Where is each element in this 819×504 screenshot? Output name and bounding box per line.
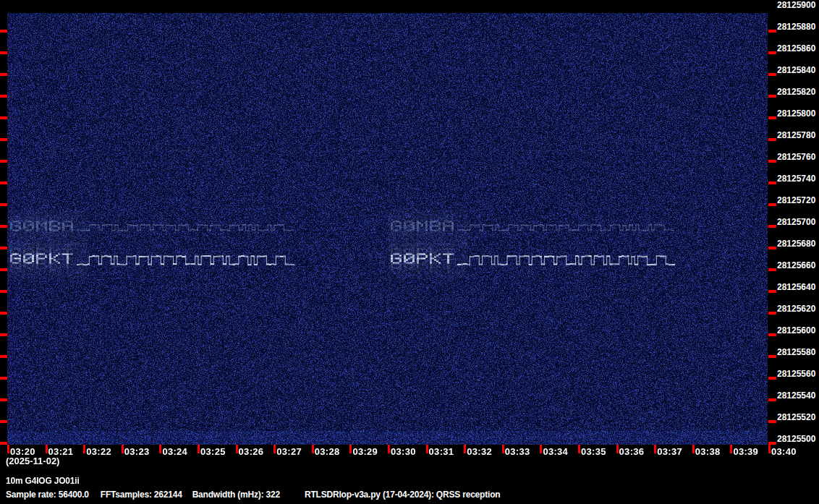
- time-tick: [464, 445, 466, 453]
- freq-tick-left: [0, 377, 7, 380]
- freq-axis-label: 28125820: [777, 87, 819, 97]
- time-axis-label: 03:36: [619, 446, 645, 457]
- freq-axis-label: 28125520: [777, 412, 819, 422]
- qrss-grabber-view: 2812590028125880281258602812584028125820…: [0, 0, 819, 504]
- freq-tick-right: [768, 420, 776, 423]
- time-tick: [159, 445, 161, 453]
- sample-rate-label: Sample rate: 56400.0: [6, 490, 89, 500]
- freq-tick-left: [0, 160, 7, 163]
- time-tick: [578, 445, 580, 453]
- time-tick: [426, 445, 428, 453]
- freq-tick-left: [0, 181, 7, 184]
- freq-tick-right: [768, 95, 776, 98]
- time-axis-label: 03:35: [581, 446, 606, 457]
- freq-tick-left: [0, 290, 7, 293]
- freq-axis-label: 28125560: [777, 369, 819, 379]
- freq-tick-right: [768, 312, 776, 315]
- time-tick: [388, 445, 390, 453]
- freq-tick-right: [768, 203, 776, 206]
- time-tick: [616, 445, 619, 453]
- freq-axis-label: 28125860: [777, 43, 819, 54]
- freq-tick-left: [0, 247, 7, 249]
- freq-tick-right: [768, 51, 776, 54]
- time-axis-label: 03:32: [467, 446, 492, 457]
- freq-axis-label: 28125700: [777, 217, 819, 227]
- freq-tick-left: [0, 420, 7, 423]
- time-tick: [273, 445, 276, 453]
- time-axis-label: 03:23: [124, 446, 150, 457]
- freq-axis-label: 28125600: [777, 325, 819, 336]
- freq-tick-left: [0, 116, 7, 119]
- freq-axis-label: 28125660: [777, 260, 819, 270]
- freq-axis-label: 28125840: [777, 65, 819, 75]
- time-tick: [236, 445, 238, 453]
- freq-axis-label: 28125680: [777, 239, 819, 249]
- freq-axis-label: 28125580: [777, 347, 819, 357]
- time-axis-label: 03:22: [86, 446, 111, 457]
- freq-tick-left: [0, 138, 7, 141]
- time-tick: [312, 445, 314, 453]
- status-line: Sample rate: 56400.0 FFTsamples: 262144 …: [6, 490, 500, 500]
- freq-axis-label: 28125640: [777, 282, 819, 292]
- freq-tick-left: [0, 312, 7, 315]
- freq-axis-label: 28125720: [777, 195, 819, 205]
- freq-axis-label: 28125760: [777, 152, 819, 162]
- time-tick: [83, 445, 85, 453]
- freq-axis-label: 28125900: [777, 0, 819, 10]
- freq-tick-right: [768, 225, 776, 228]
- freq-axis-label: 28125880: [777, 22, 819, 32]
- freq-axis-label: 28125540: [777, 390, 819, 401]
- bandwidth-label: Bandwidth (mHz): 322: [192, 490, 280, 500]
- freq-tick-right: [768, 30, 776, 33]
- time-tick: [122, 445, 124, 453]
- time-tick: [654, 445, 656, 453]
- freq-axis-label: 28125740: [777, 174, 819, 184]
- freq-tick-right: [768, 138, 776, 141]
- freq-tick-left: [0, 30, 7, 33]
- freq-tick-right: [768, 160, 776, 163]
- time-axis-label: 03:39: [733, 446, 758, 457]
- time-axis-label: 03:29: [352, 446, 378, 457]
- time-axis-label: 03:27: [276, 446, 302, 457]
- freq-tick-left: [0, 442, 7, 445]
- freq-tick-left: [0, 95, 7, 98]
- time-axis-label: 03:34: [543, 446, 568, 457]
- freq-axis-label: 28125780: [777, 130, 819, 140]
- time-tick: [46, 445, 48, 453]
- time-tick: [730, 445, 732, 453]
- time-tick: [540, 445, 542, 453]
- software-label: RTLSDRlop-v3a.py (17-04-2024): QRSS rece…: [305, 490, 500, 500]
- time-tick: [198, 445, 200, 453]
- freq-tick-right: [768, 73, 776, 76]
- freq-tick-right: [768, 116, 776, 119]
- time-tick: [768, 445, 771, 453]
- time-axis-label: 03:28: [315, 446, 340, 457]
- freq-tick-left: [0, 268, 7, 271]
- freq-tick-right: [768, 333, 776, 336]
- time-axis-label: 03:26: [239, 446, 264, 457]
- time-tick: [7, 445, 9, 453]
- freq-tick-right: [768, 355, 776, 358]
- time-tick: [349, 445, 352, 453]
- freq-tick-right: [768, 290, 776, 293]
- freq-axis-label: 28125800: [777, 108, 819, 119]
- freq-tick-right: [768, 268, 776, 271]
- time-axis-label: 03:30: [391, 446, 416, 457]
- time-tick: [692, 445, 695, 453]
- time-axis-label: 03:24: [162, 446, 187, 457]
- freq-tick-left: [0, 225, 7, 228]
- freq-tick-left: [0, 51, 7, 54]
- freq-axis-label: 28125500: [777, 434, 819, 444]
- time-axis-label: 03:40: [771, 446, 797, 457]
- time-axis-label: 03:37: [657, 446, 682, 457]
- time-axis-label: 03:33: [505, 446, 530, 457]
- freq-tick-right: [768, 377, 776, 380]
- date-label: (2025-11-02): [6, 456, 59, 466]
- freq-tick-left: [0, 203, 7, 206]
- freq-tick-left: [0, 333, 7, 336]
- freq-axis-label: 28125620: [777, 304, 819, 314]
- time-axis-label: 03:38: [695, 446, 721, 457]
- time-axis-label: 03:31: [429, 446, 454, 457]
- freq-tick-right: [768, 181, 776, 184]
- freq-tick-right: [768, 398, 776, 401]
